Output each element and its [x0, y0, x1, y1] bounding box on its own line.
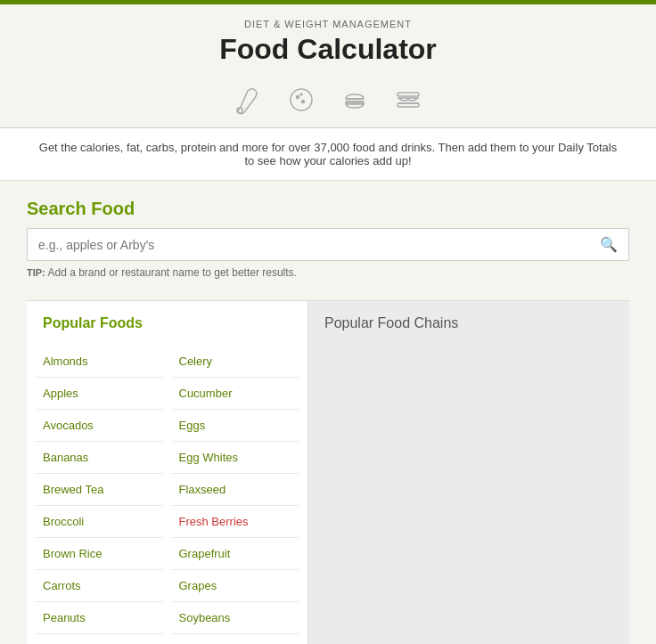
popular-foods-section: Popular Foods AlmondsCeleryApplesCucumbe… [27, 301, 308, 644]
header-subtitle: Diet & Weight Management [0, 19, 656, 29]
drumstick-icon [232, 84, 264, 118]
tip-text: TIP: Add a brand or restaurant name to g… [27, 266, 629, 279]
food-link-item[interactable]: Brown Rice [36, 538, 163, 570]
icon-row [0, 73, 656, 127]
popular-foods-title: Popular Foods [36, 315, 299, 331]
svg-point-1 [291, 89, 312, 110]
svg-point-2 [297, 96, 299, 99]
tip-label: TIP: [27, 267, 45, 278]
food-link-item[interactable]: Cucumber [172, 378, 299, 410]
food-link-item[interactable]: Egg Whites [172, 442, 299, 474]
burger-icon [339, 84, 371, 118]
sandwich-icon [392, 84, 424, 118]
cookie-icon [285, 84, 317, 118]
search-icon[interactable]: 🔍 [600, 236, 618, 253]
food-link-item[interactable]: Spinach [172, 634, 299, 644]
main-content: Search Food 🔍 TIP: Add a brand or restau… [0, 181, 656, 644]
food-link-item[interactable]: Celery [172, 346, 299, 378]
svg-point-4 [300, 94, 302, 95]
header: Diet & Weight Management Food Calculator [0, 4, 656, 73]
food-link-item[interactable]: Carrots [36, 570, 163, 602]
food-link-item[interactable]: Grapes [172, 570, 299, 602]
food-link-item[interactable]: Pecans [36, 634, 163, 644]
food-link-item[interactable]: Brewed Tea [36, 474, 163, 506]
food-link-item[interactable]: Soybeans [172, 602, 299, 634]
food-link-item[interactable]: Bananas [36, 442, 163, 474]
header-title: Food Calculator [0, 33, 656, 66]
popular-container: Popular Foods AlmondsCeleryApplesCucumbe… [27, 300, 629, 644]
popular-chains-section: Popular Food Chains [308, 301, 629, 644]
tip-detail: Add a brand or restaurant name to get be… [47, 266, 297, 279]
food-link-item[interactable]: Broccoli [36, 506, 163, 538]
food-link-item[interactable]: Flaxseed [172, 474, 299, 506]
search-label: Search Food [27, 199, 629, 219]
food-link-item[interactable]: Eggs [172, 410, 299, 442]
svg-point-3 [302, 101, 305, 103]
app: Diet & Weight Management Food Calculator [0, 0, 656, 644]
food-link-item[interactable]: Fresh Berries [172, 506, 299, 538]
food-link-item[interactable]: Avocados [36, 410, 163, 442]
food-link-item[interactable]: Peanuts [36, 602, 163, 634]
info-banner: Get the calories, fat, carbs, protein an… [0, 128, 656, 181]
food-link-item[interactable]: Grapefruit [172, 538, 299, 570]
popular-chains-title: Popular Food Chains [317, 315, 620, 331]
search-input[interactable] [38, 238, 600, 252]
info-text: Get the calories, fat, carbs, protein an… [39, 141, 617, 167]
food-link-item[interactable]: Almonds [36, 346, 163, 378]
search-section: Search Food 🔍 TIP: Add a brand or restau… [27, 199, 629, 279]
food-link-item[interactable]: Apples [36, 378, 163, 410]
food-grid: AlmondsCeleryApplesCucumberAvocadosEggsB… [36, 346, 299, 644]
svg-rect-8 [398, 93, 419, 96]
search-box: 🔍 [27, 228, 629, 261]
